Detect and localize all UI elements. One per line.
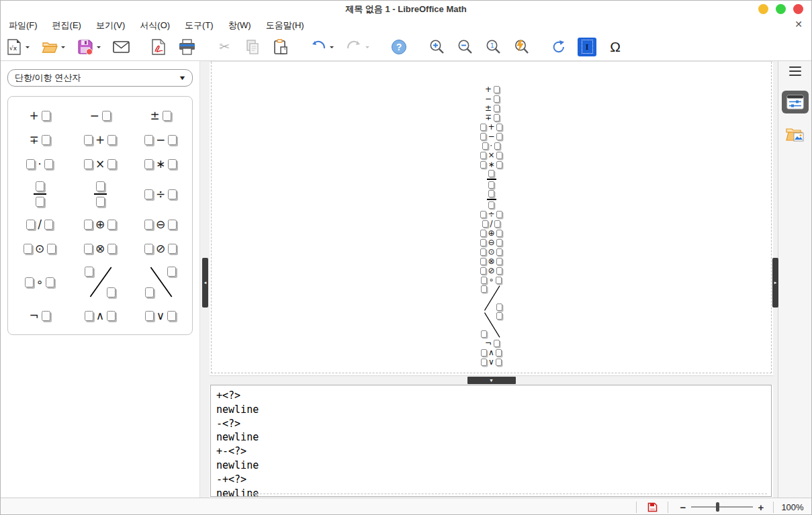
placeholder-box	[102, 111, 111, 121]
element-fraction[interactable]	[31, 176, 49, 212]
horizontal-splitter[interactable]: ▼	[210, 375, 773, 385]
open-button[interactable]	[40, 38, 59, 56]
save-button[interactable]	[76, 38, 95, 56]
element-boolean-or[interactable]: ∨	[142, 303, 179, 328]
element-composition[interactable]: ∘	[22, 270, 58, 294]
formula-canvas[interactable]: +−±∓+−⋅×∗÷/⊕⊖⊙⊗⊘∘¬∧∨	[210, 61, 773, 375]
show-sidebar-handle[interactable]: ▸	[772, 258, 778, 308]
email-button[interactable]	[111, 38, 130, 56]
operator-glyph: ∨	[156, 309, 165, 322]
command-line: newline	[216, 403, 771, 417]
element-circled-dot[interactable]: ⊙	[21, 236, 58, 261]
show-all-button[interactable]	[512, 38, 531, 56]
placeholder-box	[107, 220, 116, 230]
hide-panel-handle[interactable]: ◂	[202, 258, 208, 308]
element-circled-plus[interactable]: ⊕	[81, 212, 119, 236]
sidebar-tab-gallery[interactable]	[782, 123, 809, 146]
copy-button[interactable]	[243, 38, 262, 56]
menu-item-help[interactable]: 도움말(H)	[261, 18, 310, 33]
element-wideslash[interactable]	[81, 261, 120, 303]
element-minus-plus[interactable]: ∓	[26, 128, 52, 152]
preview-unary-plus: +	[483, 85, 499, 94]
command-line: newline	[216, 459, 771, 473]
zoom-out-control[interactable]: −	[678, 502, 688, 513]
element-unary-minus[interactable]: −	[87, 103, 113, 128]
element-plus-minus[interactable]: ±	[147, 103, 173, 128]
cut-button[interactable]: ✂	[215, 38, 234, 56]
placeholder-box	[496, 152, 502, 159]
undo-dropdown-caret[interactable]	[328, 38, 335, 56]
close-document-icon[interactable]: ✕	[793, 19, 805, 30]
element-division-slash[interactable]: /	[24, 212, 56, 236]
new-dropdown-caret[interactable]	[24, 38, 31, 56]
update-button[interactable]	[549, 38, 568, 56]
sidebar-menu-icon[interactable]	[789, 66, 801, 76]
element-boolean-not[interactable]: ¬	[26, 303, 52, 328]
placeholder-box	[494, 340, 500, 347]
placeholder-box	[480, 267, 486, 275]
save-dropdown-caret[interactable]	[95, 38, 102, 56]
zoom-in-control[interactable]: +	[756, 502, 766, 513]
menu-item-edit[interactable]: 편집(E)	[47, 18, 87, 33]
menu-item-file[interactable]: 파일(F)	[3, 18, 43, 33]
status-bar: − + 100%	[1, 498, 811, 515]
zoom-slider[interactable]	[691, 506, 753, 508]
command-editor[interactable]: +<?>newline-<?>newline+-<?>newline-+<?>n…	[210, 385, 772, 497]
help-button[interactable]: ?	[390, 38, 408, 56]
operator-glyph: ÷	[488, 209, 494, 219]
open-dropdown-caret[interactable]	[59, 38, 66, 56]
zoom-100-button[interactable]: 1	[484, 38, 502, 56]
element-widebslash[interactable]	[141, 261, 180, 303]
element-circled-slash[interactable]: ⊘	[142, 236, 179, 261]
placeholder-box	[168, 220, 177, 230]
print-button[interactable]	[177, 38, 196, 56]
operator-glyph: ×	[95, 157, 105, 171]
redo-button[interactable]	[345, 38, 363, 56]
new-formula-button[interactable]: √x	[5, 38, 24, 56]
placeholder-box	[167, 267, 176, 277]
zoom-level[interactable]: 100%	[774, 502, 811, 512]
menu-item-window[interactable]: 창(W)	[223, 18, 257, 33]
operator-glyph: ⋅	[38, 157, 41, 171]
element-unary-plus[interactable]: +	[26, 103, 52, 128]
zoom-out-button[interactable]	[455, 38, 474, 56]
paste-button[interactable]	[271, 38, 290, 56]
unsaved-changes-indicator[interactable]	[637, 502, 668, 512]
element-addition[interactable]: +	[81, 128, 119, 152]
placeholder-box	[496, 277, 502, 284]
maximize-button[interactable]	[776, 4, 786, 14]
element-fraction-stacked[interactable]	[91, 176, 109, 212]
element-subtraction[interactable]: −	[142, 128, 179, 152]
minimize-button[interactable]	[758, 4, 768, 14]
placeholder-box	[36, 197, 44, 207]
symbols-button[interactable]: Ω	[606, 38, 625, 56]
svg-text:√x: √x	[9, 45, 17, 52]
element-division-sign[interactable]: ÷	[142, 182, 179, 206]
element-circled-minus[interactable]: ⊖	[142, 212, 179, 236]
placeholder-box	[144, 159, 153, 169]
placeholder-box	[84, 135, 93, 145]
formula-cursor-icon: I	[582, 40, 593, 54]
zoom-slider-thumb[interactable]	[716, 502, 719, 512]
formula-cursor-button[interactable]: I	[578, 38, 596, 56]
menu-item-tools[interactable]: 도구(T)	[179, 18, 219, 33]
undo-button[interactable]	[309, 38, 328, 56]
export-pdf-button[interactable]	[149, 38, 168, 56]
left-splitter[interactable]: ◂	[199, 61, 210, 498]
element-multiplication[interactable]: ×	[81, 152, 119, 176]
elements-category-select[interactable]: 단항/이항 연산자 ▼	[7, 69, 193, 87]
element-asterisk-product[interactable]: ∗	[142, 152, 179, 176]
element-boolean-and[interactable]: ∧	[82, 303, 118, 328]
operator-glyph: ⊙	[488, 247, 494, 256]
close-window-button[interactable]	[793, 4, 803, 14]
splitter-handle[interactable]: ▼	[467, 377, 516, 384]
redo-dropdown-caret[interactable]	[363, 38, 371, 56]
operator-glyph: ∧	[488, 348, 494, 357]
sidebar-tab-properties[interactable]	[782, 91, 809, 113]
element-circled-times[interactable]: ⊗	[81, 236, 119, 261]
zoom-in-button[interactable]	[427, 38, 446, 56]
menu-item-format[interactable]: 서식(O)	[134, 18, 175, 33]
right-splitter[interactable]: ▸	[773, 61, 778, 498]
element-dot-product[interactable]: ⋅	[24, 152, 55, 176]
menu-item-view[interactable]: 보기(V)	[91, 18, 130, 33]
